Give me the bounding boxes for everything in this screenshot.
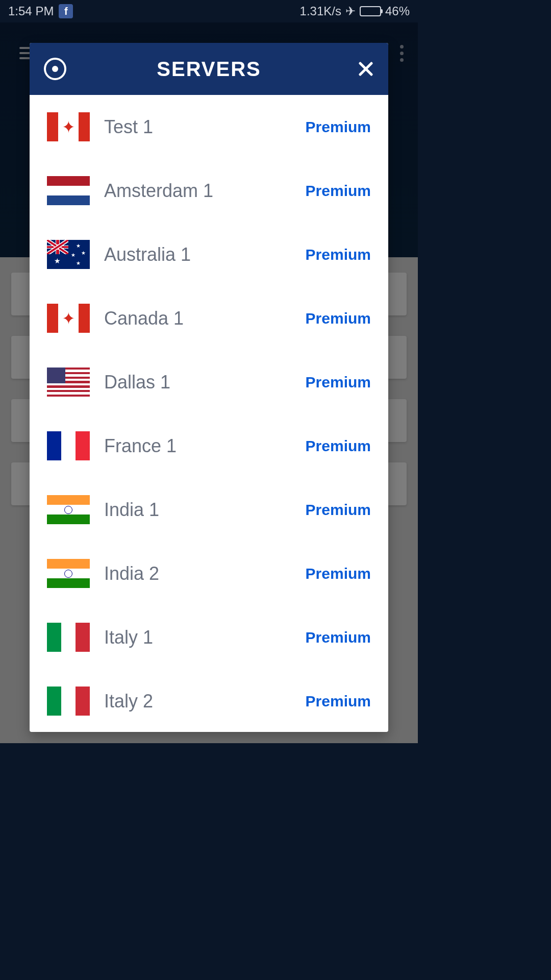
server-item[interactable]: Amsterdam 1Premium <box>30 159 388 223</box>
server-list[interactable]: ✦Test 1PremiumAmsterdam 1Premium★★★★★Aus… <box>30 95 388 732</box>
flag-icon <box>47 431 90 460</box>
server-item[interactable]: ✦Canada 1Premium <box>30 286 388 350</box>
airplane-mode-icon: ✈ <box>345 4 356 18</box>
location-pin-icon[interactable] <box>44 58 66 80</box>
server-name: India 1 <box>104 499 306 521</box>
server-name: Italy 2 <box>104 691 306 712</box>
facebook-icon: f <box>59 4 73 18</box>
premium-badge: Premium <box>306 182 371 200</box>
flag-icon <box>47 495 90 524</box>
server-item[interactable]: Dallas 1Premium <box>30 350 388 414</box>
modal-header: SERVERS <box>30 43 388 95</box>
flag-icon: ★★★★★ <box>47 240 90 269</box>
network-speed: 1.31K/s <box>300 4 341 18</box>
server-item[interactable]: India 1Premium <box>30 478 388 542</box>
status-right: 1.31K/s ✈ 46% <box>300 4 410 18</box>
premium-badge: Premium <box>306 565 371 582</box>
server-name: Dallas 1 <box>104 372 306 393</box>
flag-icon <box>47 687 90 716</box>
server-name: Test 1 <box>104 116 306 138</box>
battery-percent: 46% <box>385 4 410 18</box>
server-item[interactable]: ✦Test 1Premium <box>30 95 388 159</box>
flag-icon: ✦ <box>47 112 90 141</box>
modal-title: SERVERS <box>157 58 261 81</box>
servers-modal: SERVERS ✦Test 1PremiumAmsterdam 1Premium… <box>30 43 388 732</box>
flag-icon <box>47 176 90 205</box>
status-time: 1:54 PM <box>8 4 54 18</box>
server-name: Canada 1 <box>104 308 306 329</box>
server-name: France 1 <box>104 435 306 457</box>
server-item[interactable]: ★★★★★Australia 1Premium <box>30 223 388 286</box>
flag-icon <box>47 559 90 588</box>
premium-badge: Premium <box>306 693 371 710</box>
status-bar: 1:54 PM f 1.31K/s ✈ 46% <box>0 0 418 22</box>
flag-icon <box>47 623 90 652</box>
premium-badge: Premium <box>306 629 371 646</box>
server-item[interactable]: Italy 1Premium <box>30 605 388 669</box>
server-name: India 2 <box>104 563 306 584</box>
server-name: Australia 1 <box>104 244 306 265</box>
premium-badge: Premium <box>306 374 371 391</box>
premium-badge: Premium <box>306 437 371 455</box>
flag-icon <box>47 368 90 397</box>
premium-badge: Premium <box>306 501 371 519</box>
flag-icon: ✦ <box>47 304 90 333</box>
server-item[interactable]: France 1Premium <box>30 414 388 478</box>
battery-icon <box>360 6 381 16</box>
premium-badge: Premium <box>306 246 371 263</box>
premium-badge: Premium <box>306 118 371 136</box>
server-name: Italy 1 <box>104 627 306 648</box>
server-name: Amsterdam 1 <box>104 180 306 202</box>
server-item[interactable]: India 2Premium <box>30 542 388 605</box>
server-item[interactable]: Italy 2Premium <box>30 669 388 732</box>
premium-badge: Premium <box>306 310 371 327</box>
status-left: 1:54 PM f <box>8 4 73 18</box>
close-icon[interactable] <box>357 60 375 78</box>
